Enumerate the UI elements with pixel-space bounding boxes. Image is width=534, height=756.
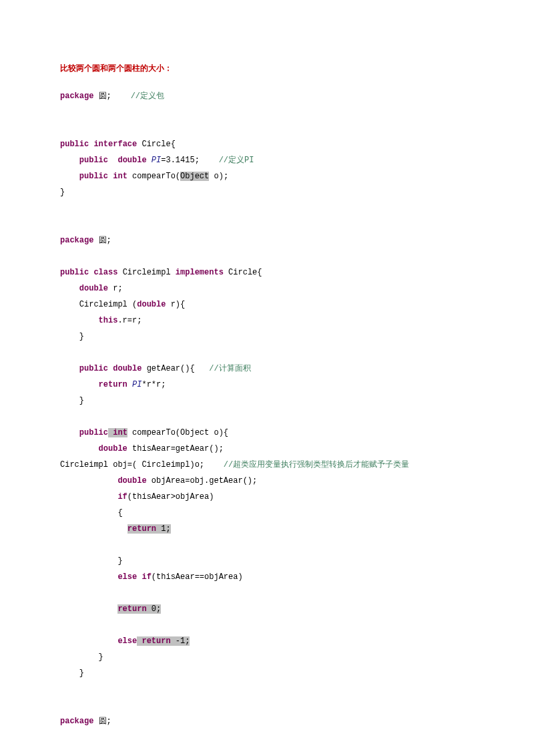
identifier: 圆; — [93, 717, 111, 726]
identifier: r; — [108, 284, 123, 293]
keyword: public — [79, 172, 108, 181]
keyword: double — [99, 444, 127, 453]
blank — [60, 681, 474, 697]
keyword: interface — [89, 140, 137, 149]
code-line: package 圆; — [60, 713, 474, 729]
highlighted-value: 1; — [156, 524, 171, 534]
method: o); — [209, 172, 228, 181]
assign: thisAear=getAear(); — [127, 444, 224, 453]
document-page: 比较两个圆和两个圆柱的大小： package 圆; //定义包 public i… — [0, 0, 534, 756]
heading: 比较两个圆和两个圆柱的大小： — [60, 60, 474, 76]
blank — [60, 345, 474, 361]
keyword: double — [108, 156, 147, 165]
brace: { — [117, 508, 122, 518]
code-line: public interface Circle{ — [60, 136, 474, 152]
comment: //超类应用变量执行强制类型转换后才能赋予子类量 — [204, 460, 409, 469]
keyword: double — [137, 300, 166, 309]
statement: Circleimpl obj=( Circleimpl)o; — [60, 460, 204, 469]
code-line: public double PI=3.1415; //定义PI — [60, 152, 474, 168]
blank — [60, 216, 474, 232]
blank — [60, 537, 474, 553]
brace: } — [60, 188, 65, 197]
code-line: } — [60, 553, 474, 569]
identifier: Circle{ — [137, 140, 176, 149]
brace: } — [99, 652, 103, 662]
code-line: { — [60, 505, 474, 521]
highlighted-return: return — [117, 604, 146, 614]
code-line: Circleimpl obj=( Circleimpl)o; //超类应用变量执… — [60, 457, 474, 473]
constant: PI — [127, 380, 142, 389]
code-line: else return -1; — [60, 633, 474, 649]
keyword: public — [60, 140, 89, 149]
keyword: int — [108, 172, 127, 181]
keyword: class — [89, 268, 117, 277]
keyword: this — [99, 316, 118, 325]
code-line: return 0; — [60, 601, 474, 617]
brace: } — [79, 396, 84, 405]
assign: objArea=obj.getAear(); — [147, 476, 258, 486]
identifier: 圆; — [93, 91, 111, 101]
blank — [60, 409, 474, 425]
blank — [60, 104, 474, 120]
code-line: package 圆; — [60, 232, 474, 248]
keyword: package — [60, 236, 93, 245]
highlighted-keyword: int — [108, 428, 127, 437]
code-line: } — [60, 184, 474, 200]
code-line: Circleimpl (double r){ — [60, 297, 474, 313]
keyword: double — [79, 284, 108, 293]
blank — [60, 697, 474, 713]
brace: } — [117, 556, 122, 566]
highlighted-value: -1; — [171, 636, 190, 646]
keyword: package — [60, 91, 93, 101]
keyword: package — [60, 717, 93, 726]
condition: (thisAear==objArea) — [152, 572, 243, 582]
keyword: implements — [176, 268, 224, 277]
code-line: double r; — [60, 280, 474, 297]
method: compearTo(Object o){ — [127, 428, 228, 437]
highlighted-return: return — [137, 636, 170, 646]
code-line: } — [60, 393, 474, 409]
comment: //定义包 — [111, 91, 164, 101]
code-line: double objArea=obj.getAear(); — [60, 473, 474, 489]
blank — [60, 585, 474, 601]
keyword: double — [117, 476, 146, 486]
constructor: Circleimpl ( — [79, 300, 137, 309]
code-line: else if(thisAear==objArea) — [60, 569, 474, 585]
keyword: if — [137, 572, 152, 582]
keyword: public — [79, 156, 108, 165]
code-line: public int compearTo(Object o){ — [60, 425, 474, 441]
method: getAear(){ — [142, 364, 194, 373]
brace: } — [79, 669, 84, 678]
keyword: else — [117, 572, 137, 582]
assign: .r=r; — [117, 316, 142, 325]
keyword: double — [108, 364, 142, 373]
code-line: } — [60, 649, 474, 665]
code-line: if(thisAear>objArea) — [60, 489, 474, 505]
constant: PI — [147, 156, 162, 165]
blank — [60, 200, 474, 216]
condition: (thisAear>objArea) — [127, 492, 214, 502]
highlighted-return: return — [127, 524, 156, 534]
code-line: double thisAear=getAear(); — [60, 441, 474, 457]
code-line: return 1; — [60, 521, 474, 537]
code-line: public class Circleimpl implements Circl… — [60, 264, 474, 280]
code-line: return PI*r*r; — [60, 377, 474, 393]
blank — [60, 248, 474, 264]
highlighted-type: Object — [180, 172, 209, 181]
comment: //定义PI — [200, 156, 254, 165]
code-line: } — [60, 329, 474, 345]
identifier: Circleimpl — [117, 268, 175, 277]
value: =3.1415; — [161, 156, 200, 165]
comment: //计算面积 — [195, 364, 251, 373]
param: r){ — [166, 300, 185, 309]
code-line: package 圆; //定义包 — [60, 88, 474, 104]
method: compearTo( — [127, 172, 180, 181]
keyword: public — [79, 428, 108, 437]
identifier: 圆; — [93, 236, 111, 245]
identifier: Circle{ — [224, 268, 262, 277]
highlighted-value: 0; — [147, 604, 162, 614]
blank — [60, 120, 474, 136]
code-line: public int compearTo(Object o); — [60, 168, 474, 184]
keyword: public — [60, 268, 89, 277]
code-line: this.r=r; — [60, 313, 474, 329]
